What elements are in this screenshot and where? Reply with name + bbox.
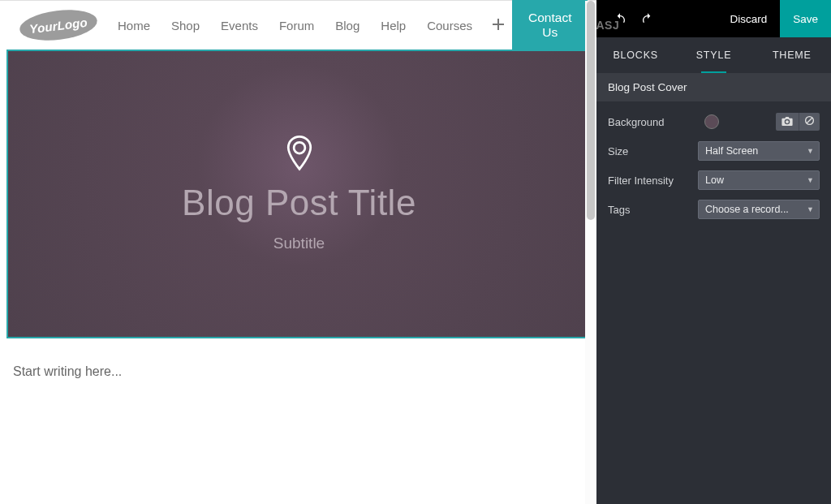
- redo-button[interactable]: [634, 0, 661, 37]
- nav-blog[interactable]: Blog: [326, 12, 368, 39]
- cover-subtitle[interactable]: Subtitle: [273, 235, 325, 252]
- chevron-down-icon: ▼: [807, 205, 814, 213]
- cover-title[interactable]: Blog Post Title: [182, 183, 416, 223]
- prop-tags: Tags Choose a record... ▼: [608, 197, 820, 222]
- add-page-icon[interactable]: [484, 12, 512, 39]
- nav-help[interactable]: Help: [372, 12, 415, 39]
- svg-line-1: [807, 118, 812, 123]
- background-image-button[interactable]: [776, 113, 799, 131]
- editor-toolbar: Discard Save: [596, 0, 831, 37]
- prop-background: Background: [608, 110, 820, 134]
- prop-background-label: Background: [608, 116, 704, 128]
- background-color-swatch[interactable]: [704, 114, 719, 129]
- sidebar-tabs: BLOCKS STYLE THEME: [596, 37, 831, 73]
- nav-shop[interactable]: Shop: [162, 12, 209, 39]
- nav-forum[interactable]: Forum: [270, 12, 323, 39]
- save-button[interactable]: Save: [780, 0, 831, 37]
- nav-home[interactable]: Home: [109, 12, 159, 39]
- nav-courses[interactable]: Courses: [418, 12, 481, 39]
- blog-cover-block[interactable]: Blog Post Title Subtitle: [6, 50, 592, 338]
- chevron-down-icon: ▼: [807, 176, 814, 184]
- filter-intensity-select[interactable]: Low ▼: [698, 170, 820, 190]
- preview-scrollbar-track[interactable]: [585, 1, 596, 504]
- prop-tags-label: Tags: [608, 204, 698, 216]
- discard-button[interactable]: Discard: [717, 0, 780, 37]
- section-title: Blog Post Cover: [596, 73, 831, 101]
- nav-events[interactable]: Events: [212, 12, 267, 39]
- editor-sidebar: Discard Save BLOCKS STYLE THEME Blog Pos…: [596, 0, 831, 504]
- tags-select-value: Choose a record...: [705, 204, 789, 215]
- preview-scrollbar-thumb[interactable]: [587, 1, 595, 220]
- camera-icon: [781, 116, 793, 128]
- prop-size: Size Half Screen ▼: [608, 139, 820, 163]
- background-clear-button[interactable]: [799, 113, 820, 131]
- pin-icon: [286, 136, 313, 174]
- style-properties: Background Size Half Screen ▼: [596, 101, 831, 238]
- tab-style[interactable]: STYLE: [674, 37, 752, 73]
- tab-blocks[interactable]: BLOCKS: [596, 37, 674, 73]
- logo-text: YourLogo: [28, 15, 88, 36]
- post-body-placeholder[interactable]: Start writing here...: [0, 338, 596, 379]
- filter-intensity-select-value: Low: [705, 174, 724, 186]
- chevron-down-icon: ▼: [807, 147, 814, 155]
- size-select-value: Half Screen: [705, 145, 758, 157]
- site-logo[interactable]: YourLogo: [19, 11, 97, 40]
- main-nav: Home Shop Events Forum Blog Help Courses: [109, 12, 512, 39]
- contact-us-button[interactable]: Contact Us: [512, 0, 588, 51]
- tags-select[interactable]: Choose a record... ▼: [698, 200, 820, 219]
- site-topbar: YourLogo Home Shop Events Forum Blog Hel…: [0, 1, 596, 50]
- tab-theme[interactable]: THEME: [753, 37, 831, 73]
- prop-filter-intensity-label: Filter Intensity: [608, 174, 698, 187]
- prop-size-label: Size: [608, 145, 698, 157]
- size-select[interactable]: Half Screen ▼: [698, 141, 820, 161]
- prop-filter-intensity: Filter Intensity Low ▼: [608, 168, 820, 192]
- block-icon: [804, 115, 815, 128]
- preview-pane: YourLogo Home Shop Events Forum Blog Hel…: [0, 0, 596, 504]
